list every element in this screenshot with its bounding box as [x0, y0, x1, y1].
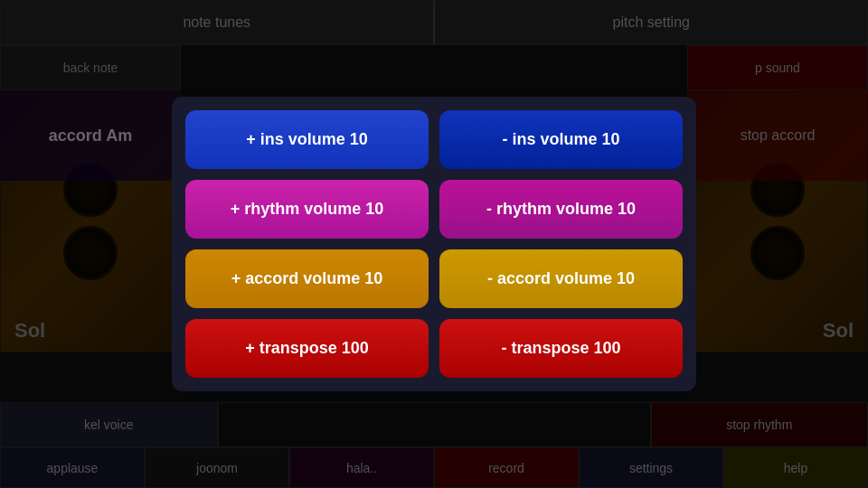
transpose-minus-button[interactable]: - transpose 100 — [439, 319, 683, 378]
ins-volume-plus-button[interactable]: + ins volume 10 — [185, 110, 429, 169]
volume-modal: + ins volume 10- ins volume 10+ rhythm v… — [172, 97, 696, 391]
accord-volume-plus-button[interactable]: + accord volume 10 — [185, 249, 429, 308]
ins-volume-minus-button[interactable]: - ins volume 10 — [439, 110, 683, 169]
transpose-plus-button[interactable]: + transpose 100 — [185, 319, 429, 378]
modal-overlay: + ins volume 10- ins volume 10+ rhythm v… — [0, 0, 868, 488]
rhythm-volume-plus-button[interactable]: + rhythm volume 10 — [185, 180, 429, 239]
rhythm-volume-minus-button[interactable]: - rhythm volume 10 — [439, 180, 683, 239]
accord-volume-minus-button[interactable]: - accord volume 10 — [439, 249, 683, 308]
